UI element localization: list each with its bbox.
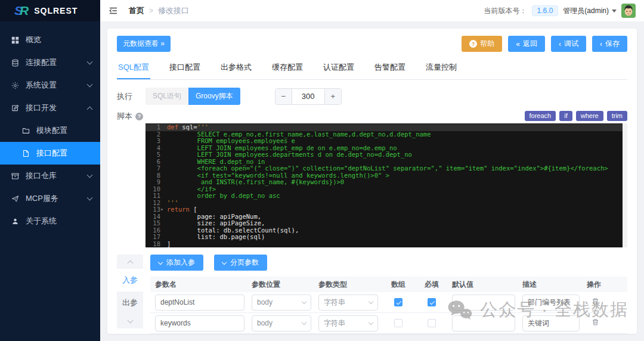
back-button[interactable]: «返回 (508, 36, 545, 52)
tab-input-params[interactable]: 入参 (117, 269, 143, 292)
description-input[interactable] (522, 315, 580, 331)
param-name-input[interactable] (155, 294, 244, 311)
tab-output-params[interactable]: 出参 (117, 292, 143, 314)
line-number: 7 (145, 165, 167, 172)
chevron-down-icon (87, 59, 93, 65)
metadata-view-button[interactable]: 元数据查看 » (117, 36, 171, 52)
required-checkbox[interactable] (419, 319, 445, 327)
code-editor[interactable]: 1def sql='''2 SELECT e.emp_no,e.first_na… (145, 123, 627, 247)
collapse-down-icon[interactable] (117, 314, 143, 328)
description-input[interactable] (522, 294, 580, 311)
sidebar-item-label: 概览 (26, 35, 41, 45)
tab-output-format[interactable]: 出参格式 (219, 58, 253, 79)
sidebar-item-overview[interactable]: 概览 (0, 29, 100, 51)
tab-alert-config[interactable]: 告警配置 (373, 58, 407, 79)
groovy-script-option[interactable]: Groovy脚本 (188, 88, 240, 105)
helper-if-button[interactable]: if (559, 111, 572, 121)
sidebar-item-label: 接口仓库 (26, 170, 57, 181)
chevron-down-icon (369, 299, 373, 304)
tab-api-config[interactable]: 接口配置 (168, 58, 202, 79)
default-value-input[interactable] (452, 315, 515, 331)
param-name-input[interactable] (155, 315, 244, 331)
tab-sql-config[interactable]: SQL配置 (117, 58, 150, 79)
sidebar-item-mcp-service[interactable]: MCP服务 (0, 187, 100, 210)
folder-icon (21, 127, 30, 135)
params-section: 入参 出参 添加入参 分页参数 参数名参数位置参数类型数组必填默认值描述操作 b… (117, 255, 627, 334)
array-checkbox[interactable] (385, 319, 411, 327)
user-menu[interactable]: 管理员(admin) (563, 6, 617, 16)
sidebar-item-connection-config[interactable]: 连接配置 (0, 51, 100, 74)
script-label: 脚本 (117, 111, 132, 122)
sidebar-item-api-repo[interactable]: 接口仓库 (0, 165, 100, 187)
helper-trim-button[interactable]: trim (607, 111, 627, 121)
save-button[interactable]: ‹保存 (592, 36, 627, 52)
pagination-params-button[interactable]: 分页参数 (214, 255, 267, 271)
delete-icon[interactable] (590, 317, 600, 329)
help-button[interactable]: ?帮助 (462, 36, 502, 52)
code-line: 11 order by d.dept_no asc (145, 193, 623, 200)
user-icon (11, 218, 20, 225)
delete-icon[interactable] (590, 296, 600, 308)
sidebar-item-api-config[interactable]: 接口配置 (0, 142, 100, 165)
collapse-up-icon[interactable] (117, 255, 143, 269)
minus-button[interactable]: − (275, 89, 292, 104)
required-checkbox[interactable] (419, 298, 445, 306)
array-checkbox[interactable] (385, 298, 411, 306)
tab-auth-config[interactable]: 认证配置 (322, 58, 355, 79)
debug-button[interactable]: ‹调试 (551, 36, 586, 52)
code-text: ] (167, 241, 171, 248)
sql-statement-option[interactable]: SQL语句 (145, 88, 188, 105)
add-input-param-button[interactable]: 添加入参 (150, 255, 203, 271)
table-row: body字符串 (150, 292, 627, 313)
line-number: 9 (145, 179, 167, 186)
version-label: 当前版本号： (484, 6, 527, 16)
param-col-header: 参数类型 (318, 280, 378, 290)
execute-label: 执行 (117, 91, 145, 102)
param-position-select[interactable]: body (252, 294, 311, 311)
sidebar-item-module-config[interactable]: 模块配置 (0, 119, 100, 142)
param-col-header: 必填 (419, 280, 445, 290)
helper-foreach-button[interactable]: foreach (525, 111, 556, 121)
timeout-stepper: − + (275, 88, 342, 105)
line-number: 4 (145, 145, 167, 152)
sidebar-item-api-dev[interactable]: 接口开发 (0, 97, 100, 119)
line-number: 15 (145, 220, 167, 227)
param-type-select[interactable]: 字符串 (318, 294, 378, 311)
sidebar-item-system-settings[interactable]: 系统设置 (0, 74, 100, 97)
helper-where-button[interactable]: where (576, 111, 603, 121)
database-icon (11, 59, 20, 67)
sidebar-item-label: 接口配置 (36, 148, 67, 159)
tab-flow-control[interactable]: 流量控制 (425, 58, 458, 79)
line-number: 1 (145, 124, 167, 131)
execute-mode-toggle: SQL语句 Groovy脚本 (145, 88, 240, 105)
caret-down-icon (612, 10, 617, 13)
app-logo[interactable]: SR SQLREST (0, 0, 100, 21)
sidebar-item-about[interactable]: 关于系统 (0, 210, 100, 232)
tab-cache-config[interactable]: 缓存配置 (271, 58, 304, 79)
script-label-wrap: 脚本? (117, 111, 145, 122)
param-col-header: 参数位置 (252, 280, 311, 290)
default-value-input[interactable] (452, 294, 515, 311)
code-text: list: db.page(sql) (167, 234, 265, 241)
avatar[interactable] (621, 4, 636, 18)
plus-button[interactable]: + (324, 89, 341, 104)
double-chevron-left-icon: « (516, 41, 520, 48)
param-col-header: 参数名 (155, 280, 244, 290)
line-number: 13▾ (145, 206, 167, 213)
code-line: 12''' (145, 200, 623, 207)
param-col-header: 默认值 (452, 280, 515, 290)
param-type-select[interactable]: 字符串 (318, 315, 378, 331)
param-position-select[interactable]: body (252, 315, 311, 331)
snippet-helpers: foreachifwheretrim (145, 111, 627, 121)
sidebar-menu: 概览连接配置系统设置接口开发模块配置接口配置接口仓库MCP服务关于系统 (0, 21, 100, 232)
chevron-down-icon (87, 172, 93, 178)
sidebar-collapse-icon[interactable] (109, 6, 118, 16)
code-text: order by d.dept_no asc (167, 193, 280, 200)
breadcrumb-home[interactable]: 首页 (129, 5, 144, 16)
timeout-input[interactable] (292, 89, 324, 104)
sidebar-item-label: MCP服务 (26, 193, 58, 204)
param-table-header: 参数名参数位置参数类型数组必填默认值描述操作 (150, 277, 627, 292)
help-circle-icon: ? (135, 113, 143, 120)
file-icon (21, 150, 30, 157)
send-icon (11, 195, 20, 203)
